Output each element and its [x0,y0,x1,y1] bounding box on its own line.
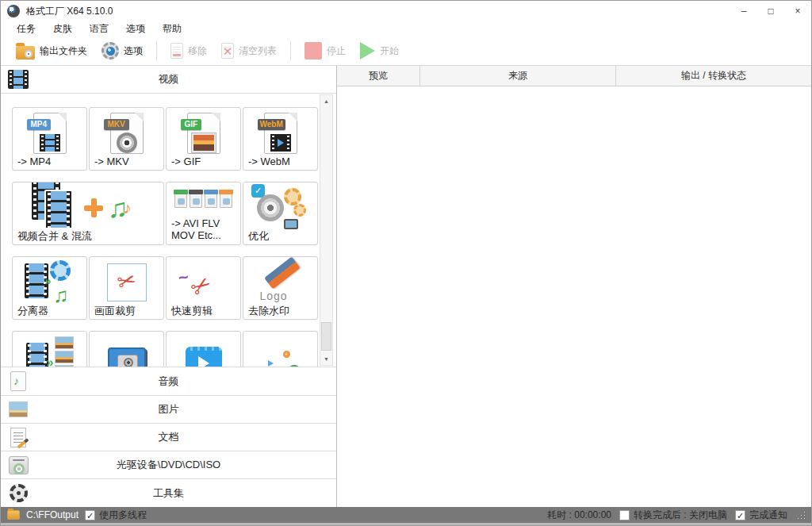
tile-optimize[interactable]: ✓ 优化 [243,182,318,245]
minimize-button[interactable]: – [730,1,757,21]
stop-button[interactable]: 停止 [297,40,353,62]
title-bar: 格式工厂 X64 5.10.0 – □ × [1,1,811,21]
elapsed-time: 耗时 : 00:00:00 [547,509,611,522]
clear-list-label: 清空列表 [239,44,277,58]
output-folder-icon [16,46,35,60]
clear-list-button[interactable]: ✕ 清空列表 [214,40,284,61]
category-document[interactable]: 文档 [1,423,336,451]
tile-remove-watermark[interactable]: Logo 去除水印 [243,256,318,320]
category-video[interactable]: 视频 [1,66,336,93]
tile-to-webm[interactable]: WebM -> WebM [243,107,318,171]
remove-icon [170,43,183,59]
multithread-label: 使用多线程 [99,509,147,522]
queue-header: 预览 来源 输出 / 转换状态 [337,66,811,86]
tile-label: 分离器 [17,305,83,317]
start-button[interactable]: 开始 [353,40,406,62]
tile-quick-clip[interactable]: ~ ✂ 快速剪辑 [166,256,241,320]
mp4-file-icon: MP4 [13,111,86,155]
maximize-button[interactable]: □ [757,1,784,21]
tile-to-gif[interactable]: GIF -> GIF [166,107,241,171]
shutdown-checkbox[interactable]: ✓ [619,510,630,520]
menu-task[interactable]: 任务 [9,21,44,36]
tile-to-mp4[interactable]: MP4 -> MP4 [12,107,87,171]
audio-category-icon: ♪ [8,371,29,393]
multithread-toggle[interactable]: ✓ 使用多线程 [85,509,147,522]
tile-to-mkv[interactable]: MKV -> MKV [89,107,164,171]
toolbar-separator [290,40,291,61]
rom-device-category-label: 光驱设备\DVD\CD\ISO [1,458,336,472]
tile-crop[interactable]: ✂ 画面裁剪 [89,256,164,320]
gif-file-icon: GIF [167,111,240,155]
menu-language[interactable]: 语言 [82,21,117,36]
splitter-icon: » ♫ [13,260,86,305]
main-area: 视频 MP4 -> MP4 MKV -> MKV [1,66,811,507]
column-source[interactable]: 来源 [420,66,616,86]
queue-body[interactable] [337,86,811,507]
shutdown-label: 转换完成后 : 关闭电脑 [634,509,727,522]
tile-video-merge[interactable]: ♫ ♪ 视频合并 & 混流 [12,182,164,245]
stop-icon [304,42,322,60]
tile-avi-flv-mov[interactable]: -> AVI FLV MOV Etc... [166,182,241,245]
menu-bar: 任务 皮肤 语言 选项 帮助 [1,21,811,36]
optimize-gears-icon [243,186,317,230]
column-output-status[interactable]: 输出 / 转换状态 [616,66,811,86]
notify-toggle[interactable]: ✓ 完成通知 [735,509,787,522]
menu-skin[interactable]: 皮肤 [45,21,80,36]
shutdown-toggle[interactable]: ✓ 转换完成后 : 关闭电脑 [619,509,727,522]
clear-list-icon: ✕ [221,43,234,59]
watermark-eraser-icon: Logo [243,260,317,305]
start-icon [360,42,375,60]
tile-screen-recorder[interactable] [89,331,164,367]
tile-video-player[interactable] [166,331,241,367]
toolset-category-label: 工具集 [1,486,336,501]
options-button[interactable]: 选项 [94,40,150,62]
picture-category-label: 图片 [1,402,336,417]
output-path[interactable]: C:\FFOutput [26,509,79,520]
toolset-category-icon [8,482,29,505]
window-bottom-edge [1,523,811,525]
resize-grip[interactable] [797,511,805,519]
conversion-queue-panel: 预览 来源 输出 / 转换状态 [337,66,811,507]
close-button[interactable]: × [784,1,811,21]
menu-options[interactable]: 选项 [118,21,153,36]
app-window: 格式工厂 X64 5.10.0 – □ × 任务 皮肤 语言 选项 帮助 输出文… [0,0,812,526]
video-player-icon [167,335,240,367]
tile-video-to-picture[interactable]: » [12,331,87,367]
tile-label: 快速剪辑 [171,305,237,317]
toolbar: 输出文件夹 选项 移除 ✕ 清空列表 停止 开始 [1,36,811,66]
notify-checkbox[interactable]: ✓ [735,510,745,520]
menu-help[interactable]: 帮助 [155,21,190,36]
scroll-down-icon[interactable]: ▼ [320,353,332,365]
category-rom-device[interactable]: 光驱设备\DVD\CD\ISO [1,451,336,478]
tile-video-download[interactable]: + [243,331,318,367]
tile-label: -> MKV [94,155,160,167]
rom-device-category-icon [8,454,29,476]
scroll-up-icon[interactable]: ▲ [320,95,332,107]
remove-button[interactable]: 移除 [163,40,214,61]
tile-label: -> GIF [171,155,237,167]
tiles-scrollbar[interactable]: ▲ ▼ [320,94,333,366]
scrollbar-thumb[interactable] [321,322,331,351]
category-panel: 视频 MP4 -> MP4 MKV -> MKV [1,66,337,507]
video-tiles-grid: MP4 -> MP4 MKV -> MKV GIF [12,107,318,367]
tile-label: 画面裁剪 [94,305,160,317]
category-picture[interactable]: 图片 [1,395,336,423]
multithread-checkbox[interactable]: ✓ [85,510,95,520]
output-path-folder-icon [7,510,20,520]
screen-recorder-icon [90,335,163,367]
options-label: 选项 [124,44,143,58]
category-audio[interactable]: ♪ 音频 [1,367,336,395]
output-folder-button[interactable]: 输出文件夹 [9,40,94,62]
stop-label: 停止 [327,44,346,58]
output-folder-label: 输出文件夹 [40,44,87,58]
tile-label: -> AVI FLV MOV Etc... [171,217,237,241]
webm-file-icon: WebM [243,111,317,155]
mkv-file-icon: MKV [90,111,163,155]
tile-splitter[interactable]: » ♫ 分离器 [12,256,87,320]
column-preview[interactable]: 预览 [337,66,420,86]
video-category-icon [8,68,29,90]
document-category-label: 文档 [1,430,336,444]
notify-label: 完成通知 [749,509,787,522]
category-toolset[interactable]: 工具集 [1,478,336,507]
toolbar-separator [156,40,157,61]
